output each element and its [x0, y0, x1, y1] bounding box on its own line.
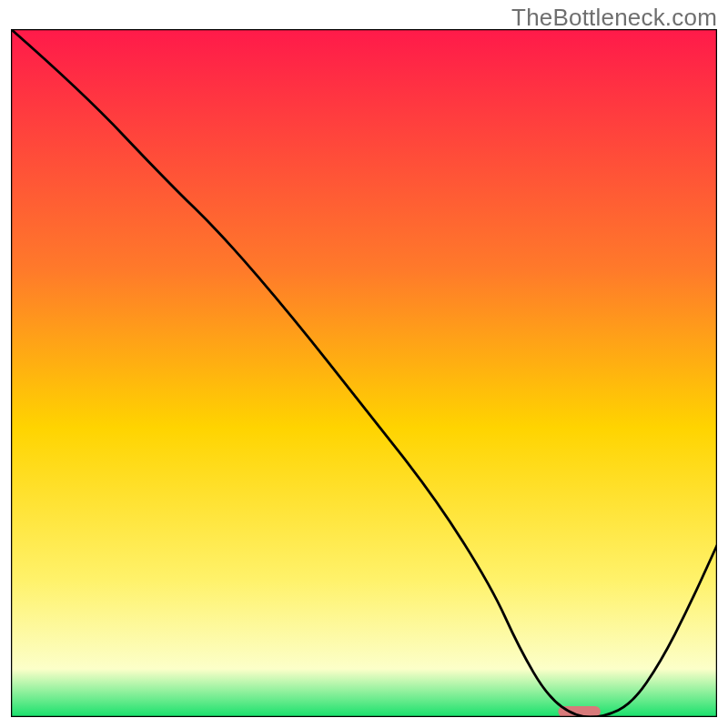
plot-area: [11, 29, 717, 717]
chart-svg: [11, 29, 717, 717]
watermark-text: TheBottleneck.com: [511, 4, 717, 32]
gradient-background: [11, 29, 717, 717]
chart-container: TheBottleneck.com: [0, 0, 728, 728]
